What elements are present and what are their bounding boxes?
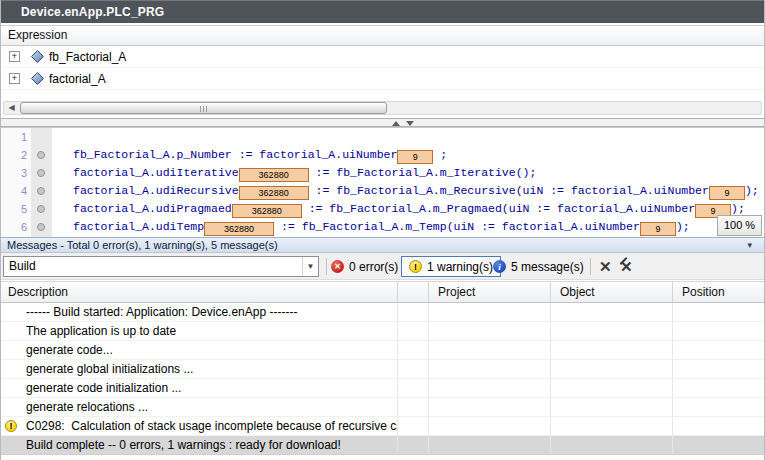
message-row[interactable]: ------ Build started: Application: Devic…: [1, 303, 764, 322]
messages-table: Description Project Object Position ----…: [1, 281, 764, 460]
message-cell-position: [673, 379, 764, 398]
breakpoint-margin[interactable]: [31, 128, 52, 146]
errors-filter-button[interactable]: ✕ 0 error(s): [331, 257, 398, 276]
column-header-object[interactable]: Object: [551, 282, 673, 302]
watch-list-header[interactable]: Expression: [1, 25, 764, 46]
message-cell-project: [429, 360, 551, 379]
clear-message-button[interactable]: ✕: [599, 257, 612, 276]
message-description: generate code initialization ...: [1, 379, 398, 398]
message-cell-blank: [398, 341, 429, 360]
messages-table-header: Description Project Object Position: [1, 281, 764, 303]
code-line[interactable]: 5factorial_A.udiPragmaed362880 := fb_Fac…: [1, 200, 764, 218]
code-token: factorial_A.udiPragmaed: [73, 202, 232, 215]
caption-menu-arrow-icon[interactable]: ▾: [747, 240, 752, 250]
message-cell-position: [673, 303, 764, 322]
pane-splitter[interactable]: [1, 118, 764, 127]
message-description: ------ Build started: Application: Devic…: [1, 303, 398, 322]
scrollbar-grip-icon: [200, 106, 208, 112]
message-description-text: Build complete -- 0 errors, 1 warnings :…: [26, 438, 341, 452]
breakpoint-margin[interactable]: [31, 164, 52, 182]
breakpoint-bullet-icon: [37, 223, 45, 231]
code-line[interactable]: 6factorial_A.udiTemp362880 := fb_Factori…: [1, 218, 764, 236]
warning-icon: !: [409, 260, 422, 273]
message-row[interactable]: generate code...: [1, 341, 764, 360]
scroll-left-arrow-icon[interactable]: ◀: [5, 103, 18, 113]
messages-filter-label: 5 message(s): [511, 260, 584, 274]
message-cell-object: [551, 436, 673, 455]
column-header-description[interactable]: Description: [1, 282, 398, 302]
breakpoint-margin[interactable]: [31, 200, 52, 218]
message-description: Build complete -- 0 errors, 1 warnings :…: [1, 436, 398, 455]
column-header-project[interactable]: Project: [429, 282, 551, 302]
horizontal-scrollbar[interactable]: ◀: [3, 101, 762, 115]
messages-filter-button[interactable]: i 5 message(s): [493, 257, 584, 276]
code-line[interactable]: 2fb_Factorial_A.p_Number := factorial_A.…: [1, 146, 764, 164]
breakpoint-margin[interactable]: [31, 218, 52, 236]
message-description-text: generate relocations ...: [26, 400, 148, 414]
code-text: fb_Factorial_A.p_Number := factorial_A.u…: [52, 146, 447, 164]
expression-column-header[interactable]: Expression: [8, 26, 67, 45]
message-description: !C0298: Calculation of stack usage incom…: [1, 417, 398, 436]
code-line[interactable]: 3factorial_A.udiIterative362880 := fb_Fa…: [1, 164, 764, 182]
code-token: );: [745, 184, 759, 197]
code-text: factorial_A.udiIterative362880 := fb_Fac…: [52, 164, 536, 182]
line-number: 1: [1, 128, 31, 146]
message-cell-project: [429, 303, 551, 322]
message-description: generate code...: [1, 341, 398, 360]
breakpoint-margin[interactable]: [31, 146, 52, 164]
splitter-down-icon[interactable]: [406, 121, 414, 126]
category-filter-combo[interactable]: Build ▼: [3, 256, 319, 277]
code-line[interactable]: 4factorial_A.udiRecursive362880 := fb_Fa…: [1, 182, 764, 200]
expand-plus-icon[interactable]: +: [9, 73, 20, 84]
message-row[interactable]: generate global initializations ...: [1, 360, 764, 379]
message-cell-position: [673, 398, 764, 417]
message-description: generate relocations ...: [1, 398, 398, 417]
code-token: ;: [433, 148, 447, 161]
code-text: factorial_A.udiRecursive362880 := fb_Fac…: [52, 182, 759, 200]
breakpoint-bullet-icon: [37, 205, 45, 213]
watch-tree-row[interactable]: +fb_Factorial_A: [1, 46, 764, 68]
message-cell-blank: [398, 436, 429, 455]
messages-caption-bar[interactable]: Messages - Total 0 error(s), 1 warning(s…: [1, 237, 764, 253]
column-header-position[interactable]: Position: [673, 282, 764, 302]
code-token: factorial_A.udiIterative: [73, 166, 239, 179]
code-token: );: [731, 202, 745, 215]
code-token: );: [676, 220, 690, 233]
message-cell-position: [673, 360, 764, 379]
splitter-up-icon[interactable]: [392, 121, 400, 126]
column-header-blank[interactable]: [398, 282, 429, 302]
message-cell-position: [673, 322, 764, 341]
code-token: := fb_Factorial_A.m_Temp(uiN := factoria…: [274, 220, 640, 233]
monitor-value: 362880: [232, 204, 302, 218]
clear-all-messages-button[interactable]: ✕: [620, 257, 633, 276]
code-token: factorial_A.udiRecursive: [73, 184, 239, 197]
message-row[interactable]: generate relocations ...: [1, 398, 764, 417]
category-filter-value: Build: [9, 257, 36, 276]
message-cell-blank: [398, 322, 429, 341]
code-token: := fb_Factorial_A.m_Pragmaed(uiN := fact…: [302, 202, 695, 215]
message-row[interactable]: Build complete -- 0 errors, 1 warnings :…: [1, 436, 764, 455]
breakpoint-margin[interactable]: [31, 182, 52, 200]
watch-tree-row[interactable]: +factorial_A: [1, 68, 764, 90]
editor-zoom-level[interactable]: 100 %: [717, 215, 762, 236]
code-editor[interactable]: 12fb_Factorial_A.p_Number := factorial_A…: [1, 127, 764, 237]
combo-dropdown-icon[interactable]: ▼: [302, 257, 318, 276]
message-row[interactable]: The application is up to date: [1, 322, 764, 341]
line-number: 2: [1, 146, 31, 164]
monitor-value: 362880: [239, 168, 309, 182]
monitor-value: 362880: [204, 222, 274, 236]
message-cell-project: [429, 379, 551, 398]
message-row[interactable]: generate code initialization ...: [1, 379, 764, 398]
plc-editor-window: Device.enApp.PLC_PRG Expression +fb_Fact…: [0, 0, 765, 460]
breakpoint-bullet-icon: [37, 187, 45, 195]
warnings-filter-button[interactable]: ! 1 warning(s): [401, 256, 501, 277]
expand-plus-icon[interactable]: +: [9, 51, 20, 62]
code-text: factorial_A.udiPragmaed362880 := fb_Fact…: [52, 200, 745, 218]
code-token: := fb_Factorial_A.m_Iterative();: [309, 166, 537, 179]
message-cell-position: [673, 417, 764, 436]
code-line[interactable]: 1: [1, 128, 764, 146]
message-row[interactable]: !C0298: Calculation of stack usage incom…: [1, 417, 764, 436]
scrollbar-thumb[interactable]: [20, 102, 387, 114]
message-cell-project: [429, 341, 551, 360]
expression-label: factorial_A: [49, 68, 106, 90]
